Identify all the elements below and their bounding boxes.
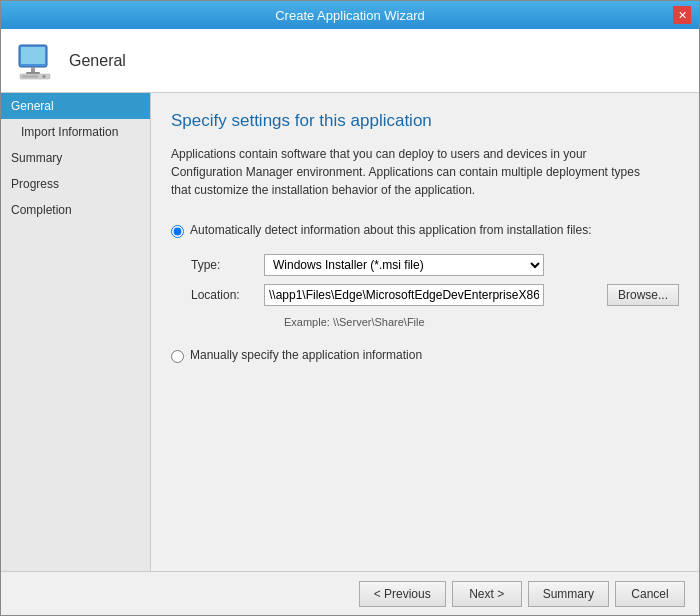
manual-label[interactable]: Manually specify the application informa… (190, 348, 422, 362)
manual-option: Manually specify the application informa… (171, 348, 679, 363)
wizard-footer: < Previous Next > Summary Cancel (1, 571, 699, 615)
sidebar-item-completion[interactable]: Completion (1, 197, 150, 223)
sidebar-item-summary[interactable]: Summary (1, 145, 150, 171)
type-select[interactable]: Windows Installer (*.msi file)Script Ins… (264, 254, 544, 276)
svg-rect-1 (21, 47, 45, 64)
description-text: Applications contain software that you c… (171, 145, 651, 199)
cancel-button[interactable]: Cancel (615, 581, 685, 607)
example-row: Example: \\Server\Share\File (191, 314, 679, 328)
close-button[interactable]: ✕ (673, 6, 691, 24)
location-control (264, 284, 599, 306)
title-bar: Create Application Wizard ✕ (1, 1, 699, 29)
type-control: Windows Installer (*.msi file)Script Ins… (264, 254, 679, 276)
type-label: Type: (191, 258, 256, 272)
location-label: Location: (191, 288, 256, 302)
auto-detect-label[interactable]: Automatically detect information about t… (190, 223, 592, 237)
svg-rect-5 (22, 75, 38, 77)
auto-detect-option: Automatically detect information about t… (171, 223, 679, 238)
sidebar-item-general[interactable]: General (1, 93, 150, 119)
svg-rect-3 (26, 72, 40, 74)
location-row: Location: Browse... (191, 284, 679, 306)
manual-radio[interactable] (171, 350, 184, 363)
auto-detect-radio[interactable] (171, 225, 184, 238)
example-text: Example: \\Server\Share\File (284, 316, 425, 328)
type-row: Type: Windows Installer (*.msi file)Scri… (191, 254, 679, 276)
svg-point-6 (43, 75, 46, 78)
header-title: General (69, 52, 126, 70)
wizard-window: Create Application Wizard ✕ General Gene… (0, 0, 700, 616)
summary-button[interactable]: Summary (528, 581, 609, 607)
previous-button[interactable]: < Previous (359, 581, 446, 607)
sidebar-item-import-information[interactable]: Import Information (1, 119, 150, 145)
sidebar-item-progress[interactable]: Progress (1, 171, 150, 197)
sidebar: General Import Information Summary Progr… (1, 93, 151, 571)
content-area: Specify settings for this application Ap… (151, 93, 699, 571)
svg-rect-2 (31, 67, 35, 72)
window-title: Create Application Wizard (27, 8, 673, 23)
location-input[interactable] (264, 284, 544, 306)
header-icon (15, 41, 55, 81)
main-area: General Import Information Summary Progr… (1, 93, 699, 571)
wizard-header: General (1, 29, 699, 93)
auto-detect-section: Automatically detect information about t… (171, 223, 679, 328)
browse-button[interactable]: Browse... (607, 284, 679, 306)
content-title: Specify settings for this application (171, 111, 679, 131)
auto-detect-form: Type: Windows Installer (*.msi file)Scri… (191, 254, 679, 328)
next-button[interactable]: Next > (452, 581, 522, 607)
